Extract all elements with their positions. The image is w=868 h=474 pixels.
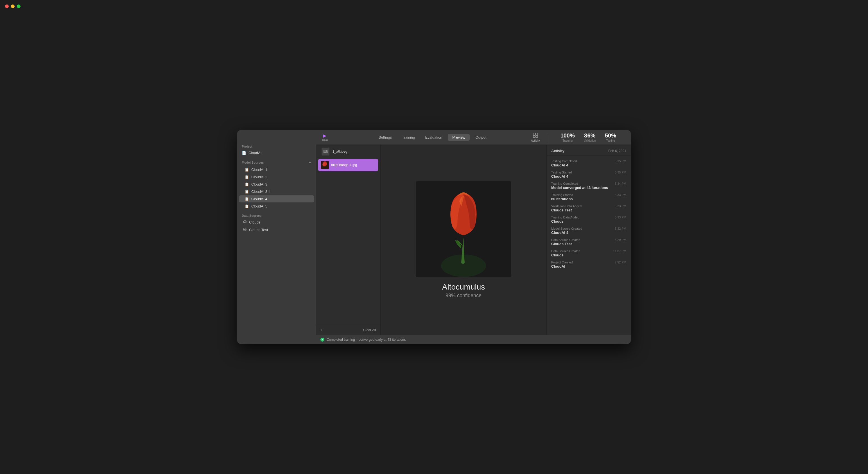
svg-rect-5 [536,136,538,138]
add-model-source-button[interactable]: + [309,160,311,165]
entry-type-5: Training Data Added [551,216,579,219]
activity-entries: Testing Completed 5:35 PM CloudAI 4 Test… [547,155,631,335]
stat-training: 100% Training [556,132,579,142]
tab-preview[interactable]: Preview [448,134,470,141]
entry-type-2: Training Completed [551,182,578,185]
model-sources-label: Model Sources [242,161,264,164]
activity-entry-0: Testing Completed 5:35 PM CloudAI 4 [547,158,631,169]
tab-training[interactable]: Training [398,134,420,141]
stat-testing-label: Testing [606,139,615,142]
model-label-1: CloudAI 1 [251,168,267,172]
sidebar-item-cloudai-1[interactable]: 📋 CloudAI 1 [239,166,314,173]
data-sources-label: Data Sources [242,214,261,217]
clear-all-button[interactable]: Clear All [363,328,376,332]
entry-name-7: Clouds Test [551,242,626,246]
activity-panel-title: Activity [551,149,564,153]
sidebar-project-item[interactable]: 📄 CloudAI [237,149,316,156]
toolbar-right: Activity 100% Training 36% Validation [529,131,625,143]
entry-name-9: CloudAI [551,264,626,268]
entry-type-1: Testing Started [551,171,572,174]
entry-name-2: Model converged at 43 iterations [551,185,626,190]
activity-panel: Activity Feb 6, 2021 Testing Completed 5… [547,145,631,335]
entry-time-3: 5:33 PM [615,193,626,197]
preview-classification: Altocumulus [442,283,485,292]
tab-settings[interactable]: Settings [374,134,396,141]
data-sources-list: Clouds Clouds Test [237,218,316,234]
main-content: ▶ Train Settings Training Evaluation Pre… [316,130,631,344]
sidebar-item-clouds[interactable]: Clouds [237,218,316,226]
train-label: Train [321,139,328,142]
datasource-label-clouds: Clouds [249,220,260,224]
app-body: Project 📄 CloudAI Model Sources + 📋 Clou… [237,130,631,344]
activity-entry-5: Training Data Added 5:33 PM Clouds [547,214,631,225]
stat-testing-value: 50% [605,132,616,139]
svg-point-0 [243,221,246,222]
stats-bar: 100% Training 36% Validation 50% Testing [552,132,625,142]
stat-training-value: 100% [560,132,575,139]
model-label-5: CloudAI 5 [251,204,267,208]
entry-time-4: 5:33 PM [615,204,626,208]
model-sources-list: 📋 CloudAI 1 📋 CloudAI 2 📋 CloudAI 3 📋 Cl… [237,166,316,210]
preview-confidence: 99% confidence [445,293,482,299]
svg-point-12 [322,162,325,167]
train-button[interactable]: ▶ Train [321,133,328,142]
file-item-l1[interactable]: l1_a6.jpeg [318,145,378,158]
entry-name-5: Clouds [551,219,626,224]
train-play-icon: ▶ [323,133,327,138]
activity-entry-1: Testing Started 5:35 PM CloudAI 4 [547,169,631,180]
entry-type-3: Training Started [551,193,573,197]
sidebar-item-cloudai-5[interactable]: 📋 CloudAI 5 [239,203,314,210]
activity-button[interactable]: Activity [529,131,542,143]
stat-validation-value: 36% [584,132,595,139]
entry-name-8: Clouds [551,253,626,257]
file-name-tulip: tulipOrange-1.jpg [331,163,357,167]
preview-panel: Altocumulus 99% confidence [381,145,547,335]
app-window: Project 📄 CloudAI Model Sources + 📋 Clou… [237,130,631,344]
entry-time-5: 5:33 PM [615,216,626,219]
sidebar-item-cloudai-2[interactable]: 📋 CloudAI 2 [239,174,314,180]
svg-rect-13 [324,166,325,169]
entry-type-8: Data Source Created [551,249,580,253]
preview-image [416,181,511,277]
stat-training-label: Training [562,139,572,142]
sidebar-item-cloudai-3[interactable]: 📋 CloudAI 3 [239,181,314,188]
status-bar: Completed training – converged early at … [316,335,631,344]
entry-time-6: 5:32 PM [615,227,626,230]
file-name-l1: l1_a6.jpeg [332,150,347,153]
sidebar: Project 📄 CloudAI Model Sources + 📋 Clou… [237,130,316,344]
activity-entry-7: Data Source Created 4:29 PM Clouds Test [547,236,631,248]
model-icon-3ii: 📋 [245,189,249,194]
model-sources-header: Model Sources + [237,156,316,166]
sidebar-item-cloudai-3ii[interactable]: 📋 CloudAI 3 II [239,188,314,195]
file-item-tulip[interactable]: tulipOrange-1.jpg [318,159,378,171]
file-thumb-tulip [321,161,329,169]
model-label-3ii: CloudAI 3 II [251,189,270,194]
entry-name-6: CloudAI 4 [551,231,626,235]
model-icon-1: 📋 [245,168,249,172]
activity-panel-header: Activity Feb 6, 2021 [547,145,631,155]
model-label-2: CloudAI 2 [251,175,267,179]
sidebar-item-clouds-test[interactable]: Clouds Test [237,226,316,234]
svg-point-1 [243,228,246,230]
entry-time-1: 5:35 PM [615,171,626,174]
tab-evaluation[interactable]: Evaluation [421,134,447,141]
entry-name-3: 60 iterations [551,197,626,201]
stat-validation-label: Validation [584,139,596,142]
db-icon-clouds-test [243,228,247,232]
project-doc-icon: 📄 [242,151,246,155]
entry-time-7: 4:29 PM [615,238,626,241]
svg-point-8 [326,150,327,151]
stat-testing: 50% Testing [600,132,621,142]
activity-entry-8: Data Source Created 11:07 PM Clouds [547,248,631,259]
activity-entry-4: Validation Data Added 5:33 PM Clouds Tes… [547,203,631,214]
entry-time-2: 5:34 PM [615,182,626,185]
entry-type-9: Project Created [551,261,572,264]
svg-rect-2 [533,133,535,135]
entry-type-4: Validation Data Added [551,204,582,208]
add-file-button[interactable]: + [320,328,323,333]
content-area: l1_a6.jpeg tulipOrange-1. [316,145,631,335]
entry-time-9: 2:52 PM [615,261,626,264]
tab-output[interactable]: Output [471,134,491,141]
project-name: CloudAI [248,151,261,155]
sidebar-item-cloudai-4[interactable]: 📋 CloudAI 4 [239,196,314,202]
